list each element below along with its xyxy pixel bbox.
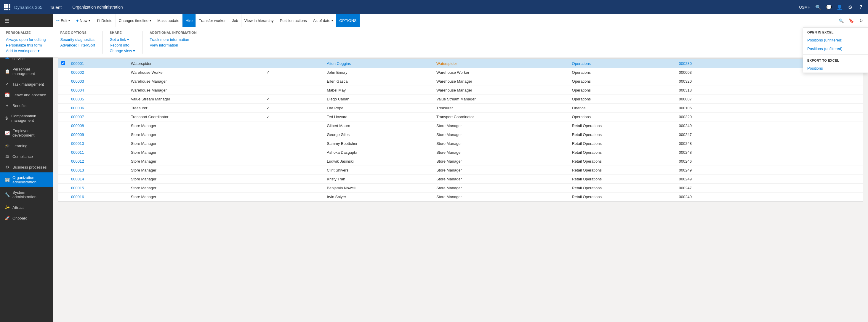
delete-button[interactable]: 🗑 Delete	[93, 14, 116, 27]
advanced-filter-link[interactable]: Advanced Filter/Sort	[60, 42, 95, 48]
department-cell[interactable]: Operations	[569, 59, 676, 68]
position-cell[interactable]: 000001	[68, 59, 128, 68]
app-grid-button[interactable]	[2, 2, 12, 12]
worker-cell: Diego Cabán	[324, 95, 433, 104]
options-button[interactable]: OPTIONS	[336, 14, 360, 27]
table-row[interactable]: 000001WaterspiderAlton CogginsWaterspide…	[58, 59, 863, 68]
position-cell[interactable]: 000013	[68, 166, 128, 175]
page-options-title: PAGE OPTIONS	[60, 31, 95, 34]
job-button[interactable]: Job	[229, 14, 242, 27]
settings-button[interactable]: ⚙	[845, 2, 855, 12]
hire-button[interactable]: Hire	[183, 14, 196, 27]
position-cell[interactable]: 000007	[68, 112, 128, 122]
mass-update-button[interactable]: Mass update	[154, 14, 183, 27]
table-row[interactable]: 000016Store ManagerIrvin SalyerStore Man…	[58, 193, 863, 201]
position-cell[interactable]: 000015	[68, 184, 128, 193]
view-information-link[interactable]: View information	[150, 42, 196, 48]
reports-to-cell[interactable]: 000280	[676, 59, 792, 68]
table-row[interactable]: 000015Store ManagerBenjamin NowellStore …	[58, 184, 863, 193]
position-cell[interactable]: 000009	[68, 130, 128, 139]
edit-button[interactable]: ✏ Edit ▾	[53, 14, 73, 27]
department-cell: Operations	[569, 77, 676, 86]
critical-cell	[264, 148, 324, 157]
position-cell[interactable]: 000014	[68, 175, 128, 184]
table-row[interactable]: 000009Store ManagerGeorge GilesStore Man…	[58, 130, 863, 139]
system-admin-icon: 🔧	[5, 192, 9, 197]
table-row[interactable]: 000011Store ManagerAshoka DasguptaStore …	[58, 148, 863, 157]
worker-cell[interactable]: Alton Coggins	[324, 59, 433, 68]
reports-to-cell: 000247	[676, 130, 792, 139]
table-row[interactable]: 000007Transport Coordinator✓Ted HowardTr…	[58, 112, 863, 122]
position-cell[interactable]: 000002	[68, 68, 128, 77]
position-cell[interactable]: 000006	[68, 104, 128, 112]
position-cell[interactable]: 000008	[68, 122, 128, 130]
refresh-icon[interactable]: ↻	[857, 16, 866, 25]
search-nav-button[interactable]: 🔍	[813, 2, 823, 12]
transfer-worker-button[interactable]: Transfer worker	[196, 14, 229, 27]
position-cell[interactable]: 000011	[68, 148, 128, 157]
help-button[interactable]: ?	[856, 2, 866, 12]
chat-button[interactable]: 💬	[824, 2, 834, 12]
search-filter-icon[interactable]: 🔍	[837, 16, 845, 25]
get-link-link[interactable]: Get a link ▾	[110, 37, 135, 42]
positions-export-item[interactable]: Positions	[803, 64, 868, 72]
department-cell: Operations	[569, 68, 676, 77]
sidebar-item-employee-development[interactable]: 📈 Employee development	[0, 126, 53, 140]
reports-to-cell: 000320	[676, 112, 792, 122]
description-cell: Store Manager	[128, 175, 264, 184]
job-cell: Store Manager	[433, 122, 569, 130]
department-cell: Finance	[569, 104, 676, 112]
table-row[interactable]: 000006Treasurer✓Ora PopeTreasurerFinance…	[58, 104, 863, 112]
position-actions-button[interactable]: Position actions	[277, 14, 310, 27]
position-cell[interactable]: 000016	[68, 193, 128, 201]
sidebar-item-learning[interactable]: 🎓 Learning	[0, 140, 53, 151]
sidebar-toggle-button[interactable]: ☰	[0, 14, 53, 28]
position-cell[interactable]: 000003	[68, 77, 128, 86]
new-button[interactable]: + New ▾	[73, 14, 93, 27]
as-of-date-button[interactable]: As of date ▾	[310, 14, 337, 27]
sidebar-item-personnel-management[interactable]: 📋 Personnel management	[0, 64, 53, 79]
row-checkbox[interactable]	[61, 61, 65, 65]
position-cell[interactable]: 000005	[68, 95, 128, 104]
table-row[interactable]: 000013Store ManagerClint ShiversStore Ma…	[58, 166, 863, 175]
table-row[interactable]: 000008Store ManagerGilbert MauroStore Ma…	[58, 122, 863, 130]
positions-unfiltered-2-item[interactable]: Positions (unfiltered)	[803, 44, 868, 53]
sidebar-item-compliance[interactable]: ⚖ Compliance	[0, 151, 53, 162]
table-row[interactable]: 000010Store ManagerSammy BoettcherStore …	[58, 139, 863, 148]
position-cell[interactable]: 000012	[68, 157, 128, 166]
position-cell[interactable]: 000010	[68, 139, 128, 148]
table-row[interactable]: 000003Warehouse ManagerEllen GascaWareho…	[58, 77, 863, 86]
sidebar-item-business-processes[interactable]: ⚙ Business processes	[0, 162, 53, 172]
track-more-info-link[interactable]: Track more information	[150, 37, 196, 42]
table-row[interactable]: 000014Store ManagerKristy TranStore Mana…	[58, 175, 863, 184]
bookmark-icon[interactable]: 🔖	[847, 16, 856, 25]
sidebar-item-attract[interactable]: ✨ Attract	[0, 202, 53, 213]
changes-timeline-button[interactable]: Changes timeline ▾	[116, 14, 154, 27]
person-button[interactable]: 👤	[835, 2, 844, 12]
department-cell: Operations	[569, 95, 676, 104]
view-in-hierarchy-button[interactable]: View in hierarchy	[242, 14, 277, 27]
table-row[interactable]: 000012Store ManagerLudwik JasinskiStore …	[58, 157, 863, 166]
record-info-link[interactable]: Record info	[110, 42, 135, 48]
sidebar-item-organization-administration[interactable]: 🏢 Organization administration	[0, 172, 53, 187]
job-cell[interactable]: Waterspider	[433, 59, 569, 68]
positions-unfiltered-1-item[interactable]: Positions (unfiltered)	[803, 36, 868, 44]
table-row[interactable]: 000002Warehouse Worker✓John EmoryWarehou…	[58, 68, 863, 77]
sidebar-item-leave-and-absence[interactable]: 📅 Leave and absence	[0, 90, 53, 100]
sidebar-item-task-management[interactable]: ✓ Task management	[0, 79, 53, 90]
sidebar-item-benefits[interactable]: + Benefits	[0, 100, 53, 111]
sidebar-item-onboard[interactable]: 🚀 Onboard	[0, 213, 53, 223]
successor-cell	[791, 122, 863, 130]
table-row[interactable]: 000005Value Stream Manager✓Diego CabánVa…	[58, 95, 863, 104]
security-diagnostics-link[interactable]: Security diagnostics	[60, 37, 95, 42]
main-content: ✏ Edit ▾ + New ▾ 🗑 Delete Changes timeli…	[53, 14, 868, 322]
table-row[interactable]: 000004Warehouse ManagerMabel MayWarehous…	[58, 86, 863, 95]
task-mgmt-icon: ✓	[5, 82, 9, 87]
change-view-link[interactable]: Change view ▾	[110, 48, 135, 54]
worker-cell: Benjamin Nowell	[324, 184, 433, 193]
sidebar-item-compensation-management[interactable]: $ Compensation management	[0, 111, 53, 126]
position-cell[interactable]: 000004	[68, 86, 128, 95]
sidebar-item-system-administration[interactable]: 🔧 System administration	[0, 187, 53, 202]
description-cell: Value Stream Manager	[128, 95, 264, 104]
department-cell: Operations	[569, 86, 676, 95]
